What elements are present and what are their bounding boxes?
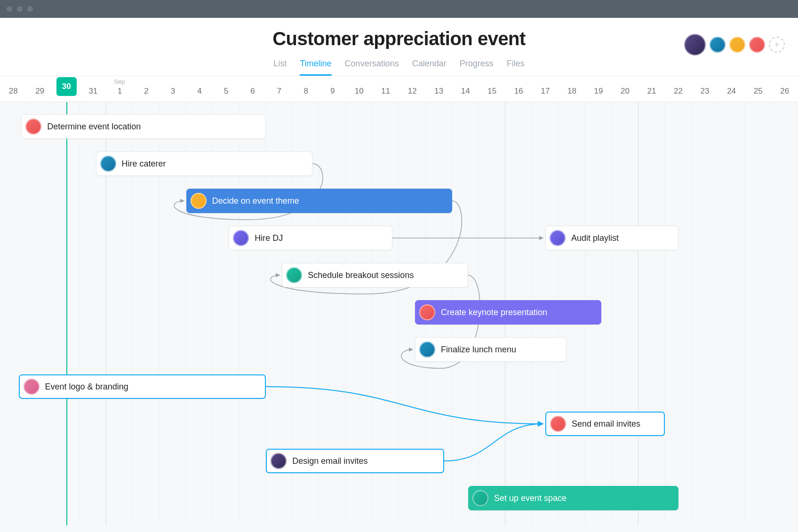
task-label: Create keynote presentation <box>441 308 547 318</box>
member-avatar[interactable] <box>729 37 745 53</box>
day-column: 18 <box>559 76 585 102</box>
tab-files[interactable]: Files <box>507 56 525 76</box>
tab-list[interactable]: List <box>273 56 287 76</box>
task-bar[interactable]: Event logo & branding <box>19 374 266 399</box>
day-column: 11 <box>372 76 399 102</box>
day-column: 22 <box>665 76 692 102</box>
task-bar[interactable]: Send email invites <box>545 412 665 436</box>
day-column: 19 <box>585 76 612 102</box>
task-bar[interactable]: Determine event location <box>21 114 266 139</box>
month-label: Sep <box>114 78 125 85</box>
task-label: Finalize lunch menu <box>441 345 516 355</box>
day-column: 17 <box>532 76 559 102</box>
day-column: 26 <box>771 76 798 102</box>
task-bar[interactable]: Schedule breakout sessions <box>282 263 468 287</box>
view-tabs: ListTimelineConversationsCalendarProgres… <box>0 56 798 76</box>
day-column: 30 <box>53 76 80 102</box>
task-bar[interactable]: Decide on event theme <box>186 189 452 213</box>
day-column: 16 <box>505 76 532 102</box>
task-bar[interactable]: Design email invites <box>266 449 444 473</box>
task-label: Hire DJ <box>255 233 283 243</box>
task-label: Hire caterer <box>122 159 166 169</box>
tab-calendar[interactable]: Calendar <box>412 56 447 76</box>
task-bar[interactable]: Hire DJ <box>229 226 392 250</box>
day-column: 14 <box>452 76 479 102</box>
day-column: 10 <box>346 76 373 102</box>
timeline-ruler: 2829303112345678910111213141516171819202… <box>0 76 798 102</box>
day-column: 6 <box>239 76 266 102</box>
member-avatar[interactable] <box>749 37 765 53</box>
assignee-avatar <box>550 416 566 432</box>
traffic-light-max[interactable] <box>27 6 33 12</box>
assignee-avatar <box>550 230 566 246</box>
task-label: Event logo & branding <box>45 382 128 392</box>
assignee-avatar <box>419 304 435 320</box>
add-member-button[interactable]: + <box>769 37 785 53</box>
task-label: Schedule breakout sessions <box>308 270 414 280</box>
task-label: Audit playlist <box>571 233 619 243</box>
assignee-avatar <box>233 230 249 246</box>
day-column: 29 <box>27 76 54 102</box>
today-marker <box>66 102 67 525</box>
task-bar[interactable]: Hire caterer <box>96 151 313 176</box>
window-chrome <box>0 0 798 18</box>
day-column: 4 <box>186 76 213 102</box>
tab-progress[interactable]: Progress <box>460 56 494 76</box>
task-bar[interactable]: Audit playlist <box>545 226 678 250</box>
day-column: 23 <box>692 76 718 102</box>
assignee-avatar <box>286 267 302 283</box>
task-label: Design email invites <box>292 456 367 466</box>
day-column: 28 <box>0 76 27 102</box>
assignee-avatar <box>24 379 40 395</box>
day-column: 21 <box>638 76 665 102</box>
traffic-light-close[interactable] <box>7 6 12 12</box>
tab-conversations[interactable]: Conversations <box>345 56 399 76</box>
traffic-light-min[interactable] <box>17 6 23 12</box>
day-column: 8 <box>293 76 319 102</box>
day-column: 3 <box>160 76 186 102</box>
day-column: 20 <box>612 76 638 102</box>
task-bar[interactable]: Finalize lunch menu <box>415 337 567 362</box>
assignee-avatar <box>472 490 488 506</box>
timeline-canvas[interactable]: Determine event locationHire catererDeci… <box>0 102 798 525</box>
assignee-avatar <box>191 193 207 209</box>
tab-timeline[interactable]: Timeline <box>300 56 331 76</box>
app-header: Customer appreciation event ListTimeline… <box>0 18 798 76</box>
task-label: Determine event location <box>47 122 141 132</box>
day-column: 15 <box>479 76 506 102</box>
assignee-avatar <box>25 119 41 135</box>
assignee-avatar <box>419 341 435 357</box>
day-column: 24 <box>718 76 745 102</box>
page-title: Customer appreciation event <box>0 28 798 49</box>
member-avatar[interactable] <box>710 37 726 53</box>
task-label: Decide on event theme <box>212 196 299 206</box>
task-label: Send email invites <box>572 419 640 429</box>
task-bar[interactable]: Create keynote presentation <box>415 300 601 325</box>
day-column: 5 <box>213 76 239 102</box>
assignee-avatar <box>271 453 287 469</box>
day-column: 2 <box>133 76 160 102</box>
task-bar[interactable]: Set up event space <box>468 486 678 510</box>
assignee-avatar <box>100 156 116 172</box>
task-label: Set up event space <box>494 493 567 503</box>
day-column: 12 <box>399 76 426 102</box>
day-column: 31 <box>80 76 107 102</box>
day-column: 13 <box>426 76 453 102</box>
day-column: 9 <box>319 76 346 102</box>
member-avatar[interactable] <box>684 34 706 56</box>
day-column: 7 <box>266 76 293 102</box>
project-members: + <box>684 34 785 56</box>
day-column: 25 <box>745 76 772 102</box>
